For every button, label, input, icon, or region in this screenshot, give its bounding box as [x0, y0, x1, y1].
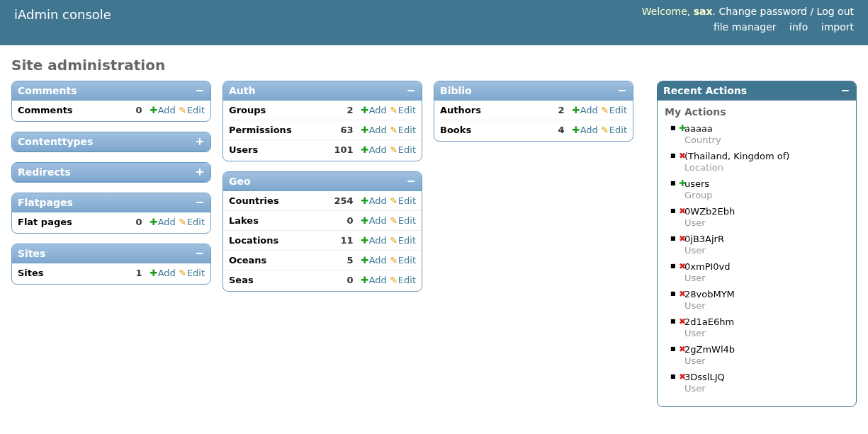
add-link[interactable]: ✚Add: [150, 217, 176, 227]
module-title: Auth: [229, 85, 255, 96]
collapse-icon[interactable]: [406, 86, 416, 96]
recent-object-link[interactable]: users: [684, 178, 709, 189]
model-link[interactable]: Oceans: [229, 255, 266, 265]
add-link[interactable]: ✚Add: [361, 255, 387, 265]
recent-object-link[interactable]: 0xmPI0vd: [684, 261, 731, 272]
edit-link[interactable]: ✎Edit: [390, 255, 416, 265]
plus-icon: ✚: [361, 144, 369, 155]
add-link[interactable]: ✚Add: [150, 268, 176, 278]
pencil-icon: ✎: [390, 105, 398, 115]
module-auth: AuthGroups2✚Add✎EditPermissions63✚Add✎Ed…: [222, 81, 422, 161]
edit-link[interactable]: ✎Edit: [390, 195, 416, 206]
module-header[interactable]: Contenttypes: [12, 132, 210, 152]
recent-object-link[interactable]: aaaaa: [684, 123, 713, 134]
model-link[interactable]: Groups: [229, 105, 266, 115]
recent-object-link[interactable]: 0jB3AjrR: [684, 234, 724, 244]
model-link[interactable]: Countries: [229, 195, 279, 206]
edit-link[interactable]: ✎Edit: [601, 125, 627, 135]
module-header[interactable]: Flatpages: [12, 193, 210, 212]
module-header[interactable]: Redirects: [12, 163, 210, 182]
module-header[interactable]: Biblio: [434, 81, 633, 101]
module-title: Flatpages: [18, 197, 73, 208]
expand-icon[interactable]: [195, 167, 205, 177]
edit-link[interactable]: ✎Edit: [390, 275, 416, 285]
edit-link[interactable]: ✎Edit: [390, 235, 416, 246]
delete-icon: ✖: [679, 317, 686, 326]
delete-icon: ✖: [679, 262, 686, 270]
model-link[interactable]: Lakes: [229, 215, 259, 226]
collapse-icon[interactable]: [840, 86, 850, 96]
recent-object-link[interactable]: 2d1aE6hm: [684, 316, 734, 327]
module-header[interactable]: Comments: [12, 81, 210, 101]
recent-object-link[interactable]: (Thailand, Kingdom of): [684, 151, 789, 161]
page-title: Site administration: [11, 57, 857, 74]
plus-icon: ✚: [361, 235, 369, 246]
model-link[interactable]: Books: [440, 125, 471, 135]
model-count: 11: [331, 235, 358, 246]
add-link[interactable]: ✚Add: [361, 235, 387, 246]
pencil-icon: ✎: [601, 125, 609, 135]
add-link[interactable]: ✚Add: [572, 125, 598, 135]
model-link[interactable]: Permissions: [229, 125, 292, 135]
nav-import[interactable]: import: [821, 21, 854, 33]
edit-link[interactable]: ✎Edit: [179, 217, 205, 227]
module-redirects: Redirects: [11, 162, 211, 183]
module-title: Recent Actions: [663, 85, 747, 96]
model-link[interactable]: Authors: [440, 105, 481, 115]
model-link[interactable]: Locations: [229, 235, 278, 246]
model-count: 101: [331, 144, 358, 155]
edit-link[interactable]: ✎Edit: [179, 268, 205, 278]
edit-link[interactable]: ✎Edit: [179, 105, 205, 115]
add-link[interactable]: ✚Add: [150, 105, 176, 115]
nav-file-manager[interactable]: file manager: [714, 21, 777, 33]
recent-actions-module: Recent ActionsMy Actions✚aaaaaCountry✖(T…: [657, 81, 857, 407]
module-title: Redirects: [18, 166, 71, 178]
edit-link[interactable]: ✎Edit: [390, 215, 416, 226]
module-header[interactable]: Geo: [223, 172, 422, 191]
add-link[interactable]: ✚Add: [572, 105, 598, 115]
add-link[interactable]: ✚Add: [361, 215, 387, 226]
recent-object-link[interactable]: 0WZb2Ebh: [684, 206, 735, 217]
dashboard-column: BiblioAuthors2✚Add✎EditBooks4✚Add✎Edit: [434, 81, 633, 142]
edit-link[interactable]: ✎Edit: [390, 105, 416, 115]
recent-object-type: User: [684, 328, 849, 338]
recent-object-link[interactable]: 3DsslLJQ: [684, 372, 725, 382]
module-header[interactable]: Auth: [223, 81, 422, 101]
add-link[interactable]: ✚Add: [361, 144, 387, 155]
pencil-icon: ✎: [390, 235, 398, 246]
dashboard-column: AuthGroups2✚Add✎EditPermissions63✚Add✎Ed…: [222, 81, 422, 292]
logout-link[interactable]: Log out: [817, 6, 854, 17]
plus-icon: ✚: [361, 215, 369, 226]
add-link[interactable]: ✚Add: [361, 195, 387, 206]
model-link[interactable]: Comments: [18, 105, 73, 115]
edit-link[interactable]: ✎Edit: [390, 144, 416, 155]
plus-icon: ✚: [361, 105, 369, 115]
edit-link[interactable]: ✎Edit: [390, 125, 416, 135]
edit-link[interactable]: ✎Edit: [601, 105, 627, 115]
module-title: Sites: [18, 248, 45, 259]
recent-object-link[interactable]: 2gZmWl4b: [684, 344, 735, 355]
model-count: 0: [331, 275, 358, 285]
collapse-icon[interactable]: [195, 198, 205, 207]
collapse-icon[interactable]: [406, 176, 416, 186]
collapse-icon[interactable]: [617, 86, 627, 96]
add-link[interactable]: ✚Add: [361, 125, 387, 135]
recent-item: ✖0jB3AjrRUser: [665, 232, 849, 260]
pencil-icon: ✎: [179, 105, 187, 115]
module-header[interactable]: Sites: [12, 244, 210, 263]
module-comments: CommentsComments0✚Add✎Edit: [11, 81, 211, 122]
change-password-link[interactable]: Change password: [718, 6, 807, 17]
recent-object-link[interactable]: 28vobMYM: [684, 289, 735, 299]
model-link[interactable]: Flat pages: [18, 217, 72, 227]
model-link[interactable]: Sites: [18, 268, 44, 278]
nav-info[interactable]: info: [789, 21, 808, 33]
model-link[interactable]: Seas: [229, 275, 254, 285]
site-name[interactable]: iAdmin console: [14, 7, 111, 22]
model-link[interactable]: Users: [229, 144, 258, 155]
collapse-icon[interactable]: [195, 86, 205, 96]
module-header[interactable]: Recent Actions: [658, 81, 856, 101]
expand-icon[interactable]: [195, 137, 205, 147]
add-link[interactable]: ✚Add: [361, 275, 387, 285]
add-link[interactable]: ✚Add: [361, 105, 387, 115]
collapse-icon[interactable]: [195, 249, 205, 258]
